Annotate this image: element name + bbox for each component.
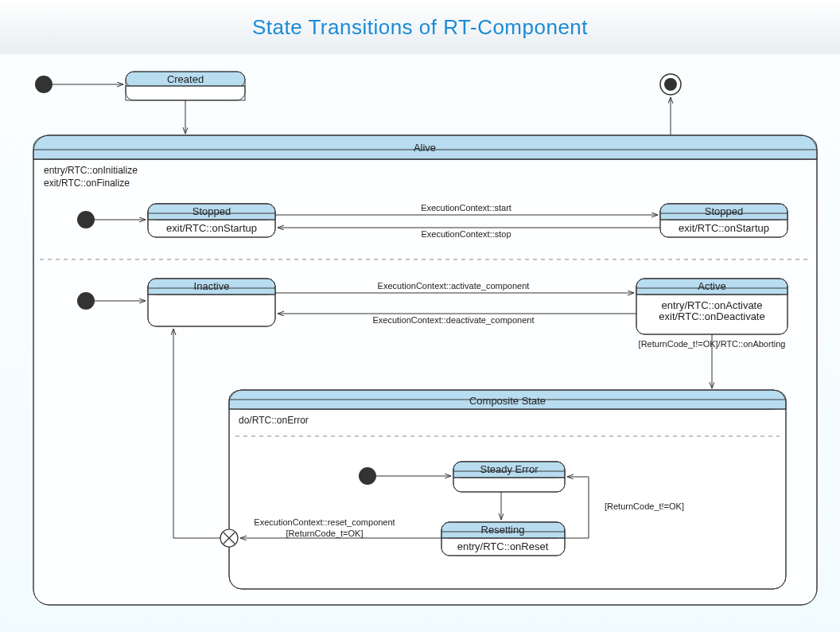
state-resetting: Resetting entry/RTC::onReset (441, 522, 565, 556)
transition-activate-label: ExecutionContext::activate_component (378, 281, 530, 291)
steady-error-label: Steady Error (480, 463, 539, 475)
transition-abort-label: [ReturnCode_t!=OK]/RTC::onAborting (639, 339, 786, 349)
stopped-left-action: exit/RTC::onStartup (166, 222, 257, 234)
state-created-label: Created (167, 73, 204, 85)
alive-exit-action: exit/RTC::onFinalize (44, 178, 130, 189)
active-label: Active (698, 280, 725, 292)
exit-node-composite (220, 529, 238, 547)
transition-start-label: ExecutionContext::start (421, 203, 511, 213)
state-inactive: Inactive (148, 279, 275, 326)
initial-node-composite (359, 467, 376, 485)
alive-entry-action: entry/RTC::onInitialize (44, 165, 138, 176)
svg-point-4 (664, 78, 677, 91)
transition-deactivate-label: ExecutionContext::deactivate_component (372, 315, 534, 325)
initial-node-outer (35, 76, 52, 93)
composite-label: Composite State (469, 395, 546, 407)
composite-do-action: do/RTC::onError (239, 415, 309, 426)
transition-stop-label: ExecutionContext::stop (421, 229, 511, 239)
initial-node-region1 (77, 211, 95, 228)
resetting-label: Resetting (481, 524, 525, 536)
state-alive-label: Alive (414, 142, 436, 154)
stopped-left-label: Stopped (192, 205, 231, 217)
state-active: Active entry/RTC::onActivate exit/RTC::o… (636, 279, 788, 334)
state-stopped-left: Stopped exit/RTC::onStartup (148, 204, 275, 237)
stopped-right-label: Stopped (705, 205, 743, 217)
state-stopped-right: Stopped exit/RTC::onStartup (660, 204, 788, 237)
state-created: Created (126, 72, 245, 100)
transition-ok-label: [ReturnCode_t=OK] (286, 529, 364, 538)
stopped-right-action: exit/RTC::onStartup (679, 222, 769, 234)
initial-node-region2 (77, 292, 95, 310)
resetting-action: entry/RTC::onReset (457, 540, 549, 552)
active-exit: exit/RTC::onDeactivate (659, 310, 764, 322)
active-entry: entry/RTC::onActivate (662, 299, 763, 311)
inactive-label: Inactive (194, 280, 230, 292)
final-node-outer (660, 74, 681, 95)
transition-reset-label: ExecutionContext::reset_component (254, 517, 395, 527)
state-steady-error: Steady Error (453, 462, 565, 492)
transition-notok-label: [ReturnCode_t!=OK] (605, 501, 684, 511)
diagram-canvas: Created Alive entry/RTC::onInitialize ex… (0, 0, 840, 632)
svg-rect-1 (126, 86, 245, 100)
